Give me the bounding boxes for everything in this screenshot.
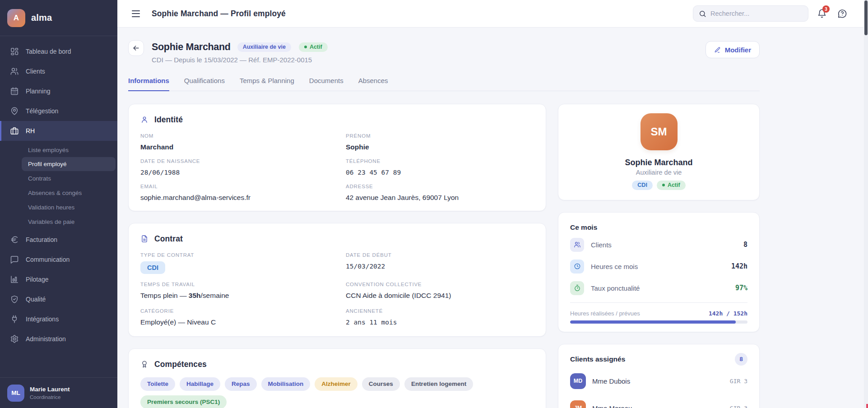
sidebar-nav: Tableau de bord Clients Planning Téléges… [0,36,117,377]
sidebar-item-label: Télégestion [26,107,58,115]
chevron-down-icon [102,236,109,243]
field-convention: CONVENTION COLLECTIVE CCN Aide à domicil… [346,281,534,301]
sidebar-subitem-profil-employe[interactable]: Profil employé [22,157,116,171]
notifications-button[interactable]: 3 [817,9,827,19]
scrollbar-track[interactable] [864,0,868,408]
corner-marker [866,404,868,408]
month-stats-card: Ce mois Clients 8 Heures ce mois [558,212,760,332]
sidebar-item-integrations[interactable]: Intégrations [0,309,117,329]
euro-icon [10,235,19,244]
page-title: Sophie Marchand [152,40,231,54]
topbar: Sophie Marchand — Profil employé 3 [117,0,868,28]
scrollbar-thumb[interactable] [864,0,868,35]
sidebar-subitem-absences-conges[interactable]: Absences & congés [0,185,117,200]
sidebar-item-label: Planning [26,88,51,95]
sidebar: A alma Tableau de bord Clients Planning … [0,0,117,408]
assigned-clients-title: Clients assignés [570,355,625,363]
person-icon [140,116,149,124]
edit-button[interactable]: Modifier [706,41,760,58]
sidebar-item-rh[interactable]: RH [0,121,117,141]
sidebar-item-label: Tableau de bord [26,48,71,55]
sidebar-item-label: Administration [26,335,66,343]
clients-count-badge: 8 [735,353,747,366]
sidebar-subitem-liste-employes[interactable]: Liste employés [0,143,117,157]
sidebar-item-communication[interactable]: Communication [0,250,117,269]
tab-temps-planning[interactable]: Temps & Planning [240,77,294,91]
tab-documents[interactable]: Documents [309,77,343,91]
user-role: Coordinatrice [30,394,70,401]
sidebar-item-label: Communication [26,256,70,263]
chevron-down-icon [102,389,109,396]
client-avatar: MD [570,373,586,389]
client-gir-tag: GIR 3 [730,378,747,385]
topbar-title: Sophie Marchand — Profil employé [152,9,286,19]
hours-progress-fill [570,320,736,324]
sidebar-item-telegestion[interactable]: Télégestion [0,101,117,121]
field-categorie: CATÉGORIE Employé(e) — Niveau C [140,308,346,327]
pen-icon [714,46,721,53]
field-nom: NOM Marchand [140,133,346,152]
skill-chip: Habillage [180,377,220,391]
main-area: Sophie Marchand — Profil employé 3 [117,0,868,408]
sidebar-item-administration[interactable]: Administration [0,329,117,349]
sidebar-item-clients[interactable]: Clients [0,61,117,81]
chevron-down-icon [102,336,109,343]
sidebar-item-planning[interactable]: Planning [0,81,117,101]
arrow-left-icon [132,44,140,52]
sidebar-subitem-variables-de-paie[interactable]: Variables de paie [0,214,117,229]
chevron-down-icon [102,276,109,283]
search-icon [699,10,706,18]
calendar-icon [10,87,19,96]
client-row[interactable]: JM Mme Moreau GIR 3 [570,400,747,408]
bar-chart-icon [10,275,19,284]
stat-row-ponctualite: Taux ponctualité 97% [570,281,747,295]
sidebar-user-menu[interactable]: ML Marie Laurent Coordinatrice [0,377,117,408]
users-icon [10,67,19,76]
client-gir-tag: GIR 3 [730,405,747,408]
sidebar-item-pilotage[interactable]: Pilotage [0,269,117,289]
client-name: Mme Moreau [592,404,632,408]
notification-badge: 3 [822,5,830,13]
skill-chip: Premiers secours (PSC1) [140,395,227,408]
skills-card: Compétences Toilette Habillage Repas Mob… [128,348,546,408]
plug-icon [10,315,19,324]
page-content: Sophie Marchand Auxiliaire de vie Actif … [117,28,868,408]
client-row[interactable]: MD Mme Dubois GIR 3 [570,373,747,389]
sidebar-item-facturation[interactable]: Facturation [0,230,117,250]
hamburger-menu-icon[interactable] [132,8,140,19]
sidebar-item-label: Pilotage [26,276,49,283]
employee-role: Auxiliaire de vie [636,169,682,176]
chevron-down-icon [102,88,109,95]
tab-informations[interactable]: Informations [128,77,169,91]
chevron-down-icon [102,68,109,75]
sidebar-item-qualite[interactable]: Qualité [0,289,117,309]
search-input[interactable] [710,10,803,17]
tab-qualifications[interactable]: Qualifications [184,77,225,91]
sidebar-subitem-validation-heures[interactable]: Validation heures [0,200,117,214]
contract-type-chip: CDI [140,261,165,274]
month-stats-title: Ce mois [570,223,747,232]
gear-icon [10,334,19,343]
field-prenom: PRÉNOM Sophie [346,133,534,152]
field-adresse: ADRESSE 42 avenue Jean Jaurès, 69007 Lyo… [346,183,534,203]
assigned-clients-card: Clients assignés 8 MD Mme Dubois GIR 3 [558,344,760,408]
back-button[interactable] [128,40,144,56]
briefcase-icon [10,126,19,135]
status-dot [304,46,307,48]
sidebar-subitem-contrats[interactable]: Contrats [0,171,117,185]
role-badge: Auxiliaire de vie [237,42,291,52]
file-text-icon [140,235,149,243]
identity-card: Identité NOM Marchand PRÉNOM Sophie [128,104,546,211]
clock-icon [574,263,581,270]
edit-button-label: Modifier [725,46,751,54]
stat-row-heures: Heures ce mois 142h [570,260,747,274]
sidebar-item-tableau-de-bord[interactable]: Tableau de bord [0,42,117,61]
skill-chip: Mobilisation [261,377,311,391]
chevron-down-icon [102,256,109,263]
help-button[interactable] [837,9,847,19]
tab-absences[interactable]: Absences [358,77,388,91]
users-icon [574,241,581,248]
field-anciennete: ANCIENNETÉ 2 ans 11 mois [346,308,534,327]
field-date-debut: DATE DE DÉBUT 15/03/2022 [346,252,534,274]
employee-name: Sophie Marchand [625,158,692,167]
